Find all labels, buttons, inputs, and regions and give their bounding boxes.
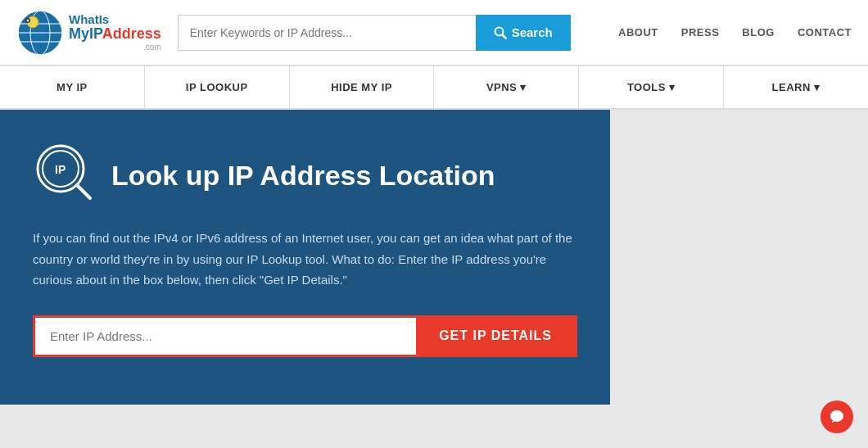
- panel-description: If you can find out the IPv4 or IPv6 add…: [33, 228, 577, 291]
- svg-point-7: [27, 19, 29, 21]
- nav-contact[interactable]: CONTACT: [798, 26, 852, 38]
- logo-address: Address: [102, 25, 161, 42]
- side-panel: [610, 110, 868, 405]
- ip-address-input[interactable]: [35, 318, 416, 355]
- main-wrapper: IP Look up IP Address Location If you ca…: [0, 110, 868, 405]
- navbar-item-learn[interactable]: LEARN ▾: [724, 66, 868, 108]
- site-header: WhatIs MyIPAddress .com Search ABOUT PRE…: [0, 0, 868, 66]
- svg-line-13: [77, 185, 90, 198]
- ip-magnifier-icon: IP: [33, 143, 98, 208]
- panel-title-row: IP Look up IP Address Location: [33, 143, 577, 208]
- search-input[interactable]: [178, 15, 476, 51]
- logo-whatis: WhatIs: [69, 13, 161, 27]
- nav-about[interactable]: ABOUT: [618, 26, 658, 38]
- top-nav: ABOUT PRESS BLOG CONTACT: [618, 26, 852, 38]
- navbar-item-iplookup[interactable]: IP LOOKUP: [145, 66, 290, 108]
- ip-input-row: GET IP DETAILS: [33, 315, 577, 357]
- logo-text: WhatIs MyIPAddress .com: [69, 13, 161, 52]
- logo-com: .com: [69, 43, 161, 52]
- logo-myip: MyIP: [69, 25, 102, 42]
- navbar-item-tools[interactable]: TOOLS ▾: [579, 66, 724, 108]
- navbar-item-vpns[interactable]: VPNS ▾: [434, 66, 579, 108]
- nav-blog[interactable]: BLOG: [742, 26, 775, 38]
- get-ip-details-button[interactable]: GET IP DETAILS: [416, 318, 575, 355]
- search-icon: [494, 26, 507, 39]
- panel-title: Look up IP Address Location: [111, 159, 495, 192]
- svg-line-9: [502, 34, 506, 38]
- iplookup-panel: IP Look up IP Address Location If you ca…: [0, 110, 610, 405]
- nav-press[interactable]: PRESS: [681, 26, 720, 38]
- svg-text:IP: IP: [55, 163, 66, 176]
- search-button[interactable]: Search: [476, 15, 571, 51]
- globe-icon: [16, 9, 64, 57]
- logo-link[interactable]: WhatIs MyIPAddress .com: [16, 9, 161, 57]
- navbar-item-hidemyip[interactable]: HIDE MY IP: [290, 66, 435, 108]
- main-navbar: MY IP IP LOOKUP HIDE MY IP VPNS ▾ TOOLS …: [0, 66, 868, 110]
- navbar-item-myip[interactable]: MY IP: [0, 66, 145, 108]
- search-button-label: Search: [512, 25, 553, 39]
- search-form: Search: [178, 15, 571, 51]
